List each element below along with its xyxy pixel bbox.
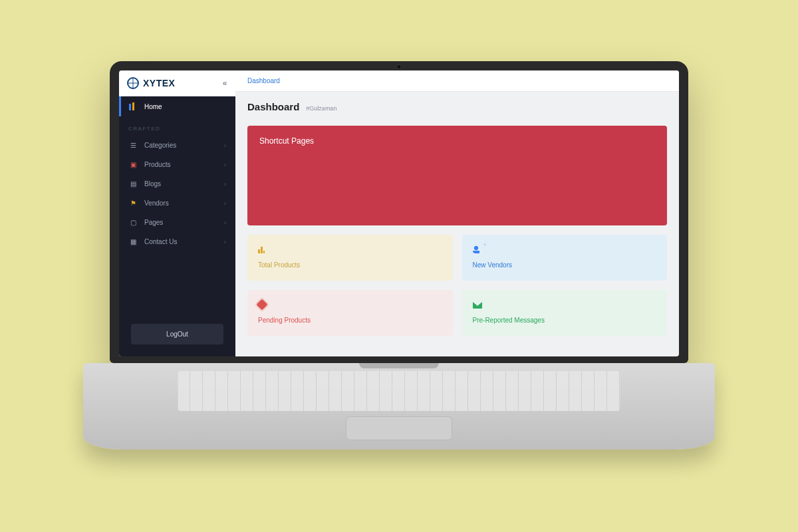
sidebar-item-pages[interactable]: ▢ Pages ›: [119, 213, 235, 232]
card-total-products[interactable]: Total Products: [247, 235, 453, 281]
list-icon: ☰: [128, 142, 138, 149]
sidebar-item-blogs[interactable]: ▤ Blogs ›: [119, 174, 235, 194]
sidebar-collapse-button[interactable]: «: [223, 78, 227, 88]
logout-wrap: LogOut: [119, 312, 235, 356]
breadcrumb-bar: Dashboard: [235, 70, 679, 92]
grid-icon: ▦: [128, 238, 138, 245]
chevron-right-icon: ›: [224, 162, 226, 168]
content: Shortcut Pages Total Products New Vendor…: [235, 122, 679, 348]
card-pending-products[interactable]: Pending Products: [247, 290, 453, 336]
card-label: Total Products: [258, 261, 442, 269]
banner-title: Shortcut Pages: [259, 136, 314, 146]
app-screen: XYTEX « Home CRAFTED ☰ Categories › ▣: [119, 70, 679, 356]
logo-row: XYTEX «: [119, 70, 235, 96]
brand-name: XYTEX: [143, 78, 175, 88]
sidebar: XYTEX « Home CRAFTED ☰ Categories › ▣: [119, 70, 235, 356]
sidebar-item-label: Products: [144, 161, 170, 168]
page-title: Dashboard: [247, 101, 299, 112]
sidebar-item-label: Categories: [144, 142, 176, 149]
cards-grid: Total Products New Vendors Pending Produ…: [247, 235, 667, 336]
book-icon: ▤: [128, 180, 138, 188]
svg-rect-1: [132, 102, 134, 110]
card-new-vendors[interactable]: New Vendors: [462, 235, 668, 281]
users-icon: ⚑: [128, 200, 138, 207]
camera-dot: [398, 65, 401, 68]
card-label: Pending Products: [258, 317, 442, 324]
diamond-icon: [258, 299, 442, 311]
box-icon: ▣: [128, 161, 138, 168]
laptop-mockup: XYTEX « Home CRAFTED ☰ Categories › ▣: [110, 61, 688, 450]
sidebar-item-products[interactable]: ▣ Products ›: [119, 155, 235, 174]
svg-rect-0: [129, 104, 131, 110]
screen-bezel: XYTEX « Home CRAFTED ☰ Categories › ▣: [110, 61, 688, 363]
home-bars-icon: [128, 102, 138, 110]
card-label: New Vendors: [473, 261, 657, 269]
user-plus-icon: [473, 244, 657, 256]
page-tag: #Gulzaman: [306, 105, 336, 112]
shortcut-banner: Shortcut Pages: [247, 126, 667, 225]
chevron-right-icon: ›: [224, 200, 226, 207]
sidebar-item-label: Vendors: [144, 200, 169, 207]
chevron-right-icon: ›: [224, 219, 226, 226]
trackpad: [346, 416, 452, 440]
sidebar-item-categories[interactable]: ☰ Categories ›: [119, 136, 235, 155]
card-label: Pre-Reported Messages: [473, 317, 657, 324]
sidebar-item-label: Pages: [144, 219, 163, 226]
breadcrumb-root[interactable]: Dashboard: [247, 77, 280, 84]
main-area: Dashboard Dashboard #Gulzaman Shortcut P…: [235, 70, 679, 356]
sidebar-item-label: Home: [144, 103, 162, 110]
laptop-base: [83, 363, 715, 450]
page-icon: ▢: [128, 219, 138, 226]
globe-icon: [127, 77, 139, 89]
keyboard: [178, 371, 620, 411]
logout-button[interactable]: LogOut: [131, 324, 223, 344]
card-reported-messages[interactable]: Pre-Reported Messages: [462, 290, 668, 336]
sidebar-item-label: Contact Us: [144, 238, 177, 245]
sidebar-item-vendors[interactable]: ⚑ Vendors ›: [119, 194, 235, 213]
sidebar-item-contact[interactable]: ▦ Contact Us ›: [119, 232, 235, 251]
sidebar-item-label: Blogs: [144, 180, 161, 188]
envelope-icon: [473, 299, 657, 311]
sidebar-item-home[interactable]: Home: [119, 96, 235, 116]
chevron-right-icon: ›: [224, 239, 226, 245]
chevron-right-icon: ›: [224, 142, 226, 149]
bars-icon: [258, 244, 442, 256]
sidebar-section-label: CRAFTED: [119, 116, 235, 136]
chevron-right-icon: ›: [224, 181, 226, 188]
page-header: Dashboard #Gulzaman: [235, 92, 679, 122]
